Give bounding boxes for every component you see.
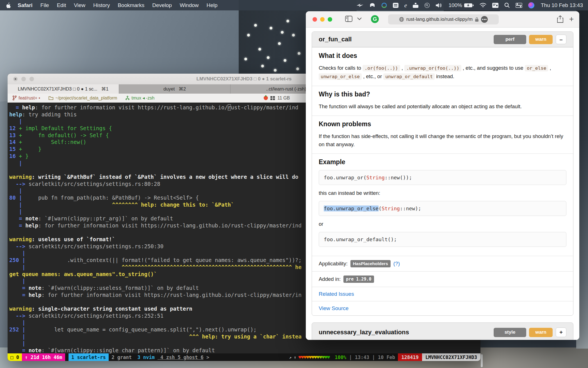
text-segment: : for further information visit https://… bbox=[38, 222, 302, 229]
section-why-bad: Why is this bad? The function will alway… bbox=[312, 86, 573, 116]
code-segment: ::new()); bbox=[385, 175, 412, 180]
inline-code: or_else bbox=[525, 65, 548, 71]
menu-view[interactable]: View bbox=[70, 2, 89, 8]
menu-safari[interactable]: Safari bbox=[14, 2, 37, 8]
shell-indicator[interactable]: tmux ◂ -zsh bbox=[126, 95, 154, 101]
text-segment: = bbox=[9, 285, 29, 291]
example-code-block-1[interactable]: foo.unwrap_or(String::new()); bbox=[319, 170, 566, 185]
pomodoro-icon[interactable] bbox=[264, 96, 268, 100]
text-segment: --> bbox=[9, 313, 29, 319]
wallpaper-highlight-bar bbox=[481, 354, 483, 367]
address-bar[interactable]: rust-lang.github.io/rust-clippy/m ••• bbox=[388, 14, 499, 24]
text-segment: | bbox=[9, 118, 22, 124]
key-search-icon[interactable] bbox=[424, 3, 430, 8]
siri-icon[interactable] bbox=[528, 2, 534, 8]
spotlight-search-icon[interactable] bbox=[504, 3, 510, 8]
tmux-segment[interactable]: > bbox=[204, 353, 212, 361]
terminal-line: = note: `#[warn(clippy::single_char_patt… bbox=[9, 347, 480, 353]
safari-minimize-button[interactable] bbox=[320, 17, 325, 22]
menu-help[interactable]: Help bbox=[202, 2, 221, 8]
what-it-does-heading: What it does bbox=[319, 52, 566, 60]
terminal-tab-2[interactable]: duyet⌘2 bbox=[119, 84, 231, 94]
tmux-segment[interactable]: ↑ 21d 16h 46m bbox=[22, 353, 65, 361]
tmux-segment[interactable] bbox=[65, 353, 69, 361]
control-center-icon[interactable] bbox=[516, 3, 522, 8]
safari-close-button[interactable] bbox=[313, 17, 317, 22]
link-related-issues[interactable]: Related Issues bbox=[319, 291, 354, 297]
inline-code: .or(foo(..)) bbox=[363, 65, 400, 71]
section-known-problems: Known problems If the function has side-… bbox=[312, 116, 573, 153]
chevron-down-icon[interactable] bbox=[357, 17, 362, 20]
text-segment: , bbox=[400, 65, 404, 71]
apple-menu-icon[interactable] bbox=[6, 3, 11, 8]
sidebar-toggle-icon[interactable] bbox=[345, 16, 352, 22]
working-directory[interactable]: ~/project/scarlet_data_platform bbox=[49, 96, 117, 101]
tmux-host-badge: LMVNHCC02X71XFJHD3 bbox=[422, 353, 480, 361]
menu-bar-clock[interactable]: Thu 10 Feb 13:43 bbox=[541, 2, 583, 8]
menu-window[interactable]: Window bbox=[176, 2, 203, 8]
text-segment: scarletkit/src/settings/settings.rs:250:… bbox=[29, 243, 163, 249]
anyconnect-icon[interactable] bbox=[381, 3, 387, 8]
text-segment: | bbox=[9, 250, 25, 256]
menu-history[interactable]: History bbox=[89, 2, 114, 8]
applicability-help-link[interactable]: (?) bbox=[393, 261, 400, 267]
memory-grid-icon bbox=[270, 96, 275, 100]
lint-header[interactable]: or_fun_call perf warn – bbox=[312, 32, 573, 47]
safari-page-content[interactable]: or_fun_call perf warn – What it does Che… bbox=[306, 28, 579, 340]
blossom-dot bbox=[261, 65, 264, 67]
text-segment: | bbox=[9, 333, 25, 340]
tmux-segment[interactable]: □ 0 bbox=[8, 353, 22, 361]
expand-button[interactable]: + bbox=[556, 328, 566, 337]
share-app-icon[interactable] bbox=[357, 3, 363, 8]
elephant-app-icon[interactable] bbox=[369, 3, 375, 8]
tmux-segment[interactable]: 3 nvim bbox=[135, 353, 158, 361]
link-view-source[interactable]: View Source bbox=[319, 305, 348, 311]
text-segment: , etc., and suggests to use bbox=[461, 65, 525, 71]
text-segment: + } bbox=[16, 146, 42, 152]
text-segment: ^^^ help: try using a `char` instea bbox=[25, 333, 302, 340]
reader-options-icon[interactable]: ••• bbox=[481, 16, 488, 23]
tmux-battery-percent: 100% bbox=[332, 355, 346, 360]
battery-indicator[interactable]: 100% bbox=[448, 2, 474, 8]
blossom-dot bbox=[244, 58, 247, 60]
menu-file[interactable]: File bbox=[37, 2, 53, 8]
blossom-dot bbox=[286, 20, 289, 22]
share-icon[interactable] bbox=[557, 15, 563, 23]
git-branch-status[interactable]: feat/rust+ • bbox=[13, 96, 40, 101]
blossom-dot bbox=[298, 52, 300, 55]
docker-app-icon[interactable] bbox=[413, 3, 418, 8]
inline-code: .unwrap_or(foo(..)) bbox=[404, 65, 461, 71]
next-lint-card[interactable]: unnecessary_lazy_evaluations style warn … bbox=[312, 322, 573, 340]
next-lint-name: unnecessary_lazy_evaluations bbox=[319, 329, 494, 336]
tmux-segment[interactable]: 2 grant bbox=[109, 353, 135, 361]
wifi-icon[interactable] bbox=[480, 3, 486, 8]
volume-icon[interactable] bbox=[436, 3, 443, 8]
collapse-button[interactable]: – bbox=[556, 35, 566, 44]
safari-zoom-button[interactable] bbox=[328, 17, 332, 22]
tmux-segment[interactable]: 1 scarlet-rs bbox=[69, 353, 109, 361]
tmux-status-right: ↗ ↑ ♥♥♥♥♥♥♥♥♥♥♥♥ 100% | 13:43 | 10 Feb 1… bbox=[289, 353, 480, 361]
known-problems-text: If the function has side-effects, not ca… bbox=[319, 132, 566, 148]
text-segment: scarletkit/src/settings/settings.rs:252:… bbox=[29, 313, 163, 319]
notes-app-icon[interactable] bbox=[393, 3, 398, 8]
terminal-tab-1[interactable]: LMVNHCC02X71XFJHD3 □ 0 ● 1 sc...⌘1 bbox=[8, 84, 119, 94]
new-tab-button[interactable]: + bbox=[569, 15, 574, 24]
text-segment: + impl Default for Settings { bbox=[16, 125, 112, 131]
input-source-icon[interactable] bbox=[492, 3, 498, 8]
tmux-segment[interactable]: 4 zsh 5 ghost 6 bbox=[158, 353, 204, 361]
blossom-dot bbox=[258, 48, 261, 51]
example-code-block-3[interactable]: foo.unwrap_or_default(); bbox=[319, 232, 566, 247]
code-segment: String bbox=[382, 206, 400, 211]
menu-edit[interactable]: Edit bbox=[53, 2, 70, 8]
text-segment: | bbox=[9, 340, 25, 346]
evernote-icon[interactable]: e bbox=[404, 2, 407, 9]
grammarly-extension-icon[interactable]: G bbox=[371, 15, 379, 23]
text-segment: : for further information visit https://… bbox=[41, 292, 302, 298]
menu-develop[interactable]: Develop bbox=[148, 2, 176, 8]
example-code-block-2[interactable]: foo.unwrap_or_else(String::new); bbox=[319, 201, 566, 216]
menu-bookmarks[interactable]: Bookmarks bbox=[114, 2, 148, 8]
tmux-pid-badge: 128419 bbox=[398, 353, 422, 361]
applicability-badge: HasPlaceholders bbox=[350, 260, 391, 267]
text-segment: , etc., or bbox=[362, 73, 383, 79]
section-what-it-does: What it does Checks for calls to .or(foo… bbox=[312, 47, 573, 86]
